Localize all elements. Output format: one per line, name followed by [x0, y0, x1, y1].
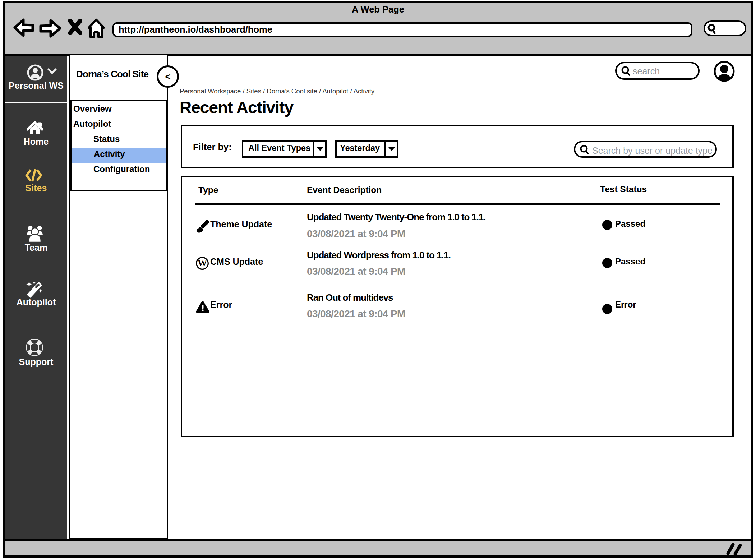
svg-text:W: W [198, 258, 207, 268]
